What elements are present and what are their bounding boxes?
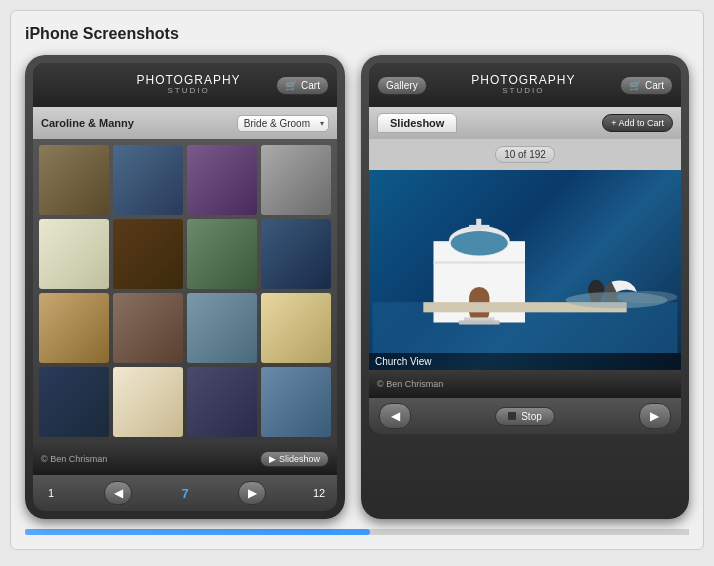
photo-thumb[interactable] [113, 145, 183, 215]
photo-thumb[interactable] [39, 367, 109, 437]
main-photo-area[interactable]: Church View [369, 170, 681, 370]
next-slide-icon: ▶ [650, 409, 659, 423]
current-page-num: 7 [175, 486, 195, 501]
progress-bar-container [25, 529, 689, 535]
photo-thumb[interactable] [113, 293, 183, 363]
right-logo: PHOTOGRAPHY STUDIO [471, 74, 575, 96]
svg-rect-8 [459, 320, 500, 324]
svg-point-16 [617, 291, 678, 303]
progress-bar-fill [25, 529, 370, 535]
left-bottom-bar: © Ben Chrisman ▶ Slideshow [33, 443, 337, 475]
right-top-bar: Gallery PHOTOGRAPHY STUDIO 🛒 Cart [369, 63, 681, 107]
gallery-button[interactable]: Gallery [377, 76, 427, 95]
prev-page-button[interactable]: ◀ [104, 481, 132, 505]
chevron-down-icon: ▾ [320, 119, 324, 128]
svg-rect-9 [434, 262, 526, 264]
slideshow-label: ▶ Slideshow [269, 454, 320, 464]
right-phone-frame: Gallery PHOTOGRAPHY STUDIO 🛒 Cart Slides… [361, 55, 689, 519]
left-logo: PHOTOGRAPHY STUDIO [136, 74, 240, 96]
left-cart-label: Cart [301, 80, 320, 91]
photo-thumb[interactable] [113, 219, 183, 289]
church-illustration [369, 170, 681, 353]
add-to-cart-button[interactable]: + Add to Cart [602, 114, 673, 132]
page-title: iPhone Screenshots [25, 25, 689, 43]
next-page-button[interactable]: ▶ [238, 481, 266, 505]
photo-thumb[interactable] [187, 219, 257, 289]
svg-rect-4 [469, 225, 489, 229]
right-nav-bar: ◀ Stop ▶ [369, 398, 681, 434]
page-container: iPhone Screenshots PHOTOGRAPHY STUDIO 🛒 … [10, 10, 704, 550]
first-page-num: 1 [41, 487, 61, 499]
left-nav-bar: 1 ◀ 7 ▶ 12 [33, 475, 337, 511]
cart-icon: 🛒 [285, 80, 297, 91]
prev-arrow-icon: ◀ [114, 486, 123, 500]
left-category-dropdown[interactable]: Bride & Groom ▾ [237, 115, 329, 132]
left-sub-bar: Caroline & Manny Bride & Groom ▾ [33, 107, 337, 139]
photo-thumb[interactable] [187, 293, 257, 363]
prev-slide-button[interactable]: ◀ [379, 403, 411, 429]
left-grid-area [33, 139, 337, 443]
right-cart-label: Cart [645, 80, 664, 91]
dropdown-value: Bride & Groom [244, 118, 310, 129]
gallery-label: Gallery [386, 80, 418, 91]
prev-slide-icon: ◀ [391, 409, 400, 423]
left-logo-line2: STUDIO [136, 87, 240, 96]
photo-thumb[interactable] [261, 145, 331, 215]
photo-thumb[interactable] [187, 367, 257, 437]
right-cart-icon: 🛒 [629, 80, 641, 91]
right-logo-line2: STUDIO [471, 87, 575, 96]
image-caption: Church View [369, 353, 681, 370]
photo-thumb[interactable] [39, 293, 109, 363]
left-top-bar: PHOTOGRAPHY STUDIO 🛒 Cart [33, 63, 337, 107]
photo-thumb[interactable] [39, 219, 109, 289]
left-copyright: © Ben Chrisman [41, 454, 107, 464]
left-phone-screen: PHOTOGRAPHY STUDIO 🛒 Cart Caroline & Man… [33, 63, 337, 511]
slideshow-tab[interactable]: Slideshow [377, 113, 457, 133]
next-arrow-icon: ▶ [248, 486, 257, 500]
photo-thumb[interactable] [261, 293, 331, 363]
right-phone-screen: Gallery PHOTOGRAPHY STUDIO 🛒 Cart Slides… [369, 63, 681, 434]
photo-thumb[interactable] [261, 219, 331, 289]
svg-point-5 [451, 231, 508, 255]
right-cart-button[interactable]: 🛒 Cart [620, 76, 673, 95]
photo-thumb[interactable] [113, 367, 183, 437]
stop-label: Stop [521, 411, 542, 422]
phones-row: PHOTOGRAPHY STUDIO 🛒 Cart Caroline & Man… [25, 55, 689, 519]
main-photo-inner [369, 170, 681, 353]
stop-button[interactable]: Stop [495, 407, 555, 426]
photo-counter: 10 of 192 [495, 146, 555, 163]
photo-thumb[interactable] [39, 145, 109, 215]
left-name-label: Caroline & Manny [41, 117, 134, 129]
add-to-cart-label: + Add to Cart [611, 118, 664, 128]
stop-icon [508, 412, 516, 420]
photo-grid [39, 145, 331, 437]
slideshow-button[interactable]: ▶ Slideshow [260, 451, 329, 467]
left-phone-frame: PHOTOGRAPHY STUDIO 🛒 Cart Caroline & Man… [25, 55, 345, 519]
left-cart-button[interactable]: 🛒 Cart [276, 76, 329, 95]
photo-thumb[interactable] [187, 145, 257, 215]
next-slide-button[interactable]: ▶ [639, 403, 671, 429]
right-copyright: © Ben Chrisman [377, 379, 443, 389]
right-bottom-bar: © Ben Chrisman [369, 370, 681, 398]
photo-thumb[interactable] [261, 367, 331, 437]
last-page-num: 12 [309, 487, 329, 499]
right-sub-bar: Slideshow + Add to Cart [369, 107, 681, 139]
